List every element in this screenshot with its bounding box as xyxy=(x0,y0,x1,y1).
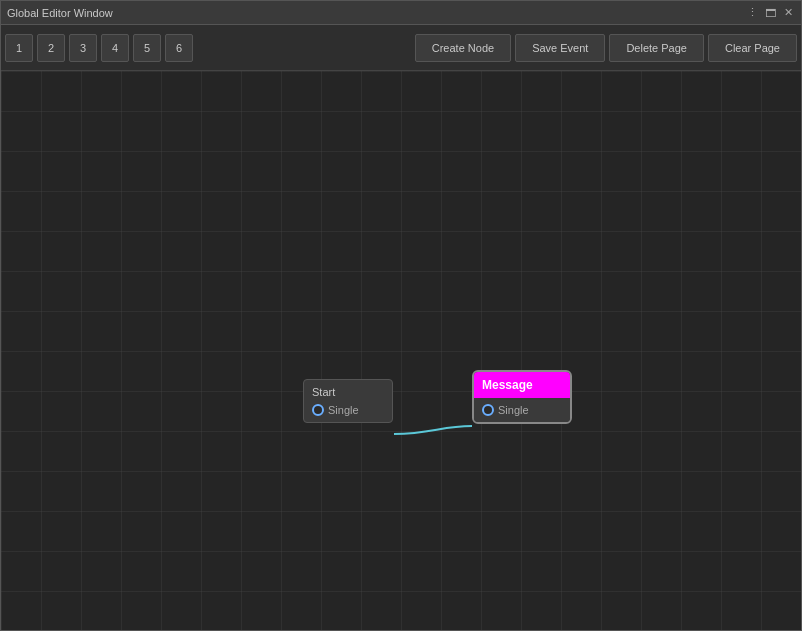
title-bar-controls: ⋮ 🗖 ✕ xyxy=(745,6,795,20)
tab-2[interactable]: 2 xyxy=(37,34,65,62)
tab-3[interactable]: 3 xyxy=(69,34,97,62)
start-port-label: Single xyxy=(328,404,359,416)
window-title: Global Editor Window xyxy=(7,7,113,19)
message-node-body: Single xyxy=(474,398,570,422)
delete-page-button[interactable]: Delete Page xyxy=(609,34,704,62)
minimize-button[interactable]: 🗖 xyxy=(763,6,777,20)
save-event-button[interactable]: Save Event xyxy=(515,34,605,62)
canvas-area[interactable]: Start Single Message Single xyxy=(1,71,801,630)
clear-page-button[interactable]: Clear Page xyxy=(708,34,797,62)
close-button[interactable]: ✕ xyxy=(781,6,795,20)
global-editor-window: Global Editor Window ⋮ 🗖 ✕ 1 2 3 4 5 6 C… xyxy=(0,0,802,631)
message-input-port[interactable] xyxy=(482,404,494,416)
title-bar-left: Global Editor Window xyxy=(7,7,113,19)
message-port-label: Single xyxy=(498,404,529,416)
toolbar: 1 2 3 4 5 6 Create Node Save Event Delet… xyxy=(1,25,801,71)
message-node-header: Message xyxy=(474,372,570,398)
title-bar: Global Editor Window ⋮ 🗖 ✕ xyxy=(1,1,801,25)
start-node-title: Start xyxy=(312,386,384,398)
start-node-port: Single xyxy=(312,404,384,416)
tab-5[interactable]: 5 xyxy=(133,34,161,62)
start-output-port[interactable] xyxy=(312,404,324,416)
tab-6[interactable]: 6 xyxy=(165,34,193,62)
tab-1[interactable]: 1 xyxy=(5,34,33,62)
create-node-button[interactable]: Create Node xyxy=(415,34,511,62)
node-start[interactable]: Start Single xyxy=(303,379,393,423)
node-message[interactable]: Message Single xyxy=(472,370,572,424)
tab-4[interactable]: 4 xyxy=(101,34,129,62)
menu-button[interactable]: ⋮ xyxy=(745,6,759,20)
connections-svg xyxy=(1,71,801,630)
message-node-port: Single xyxy=(482,404,562,416)
